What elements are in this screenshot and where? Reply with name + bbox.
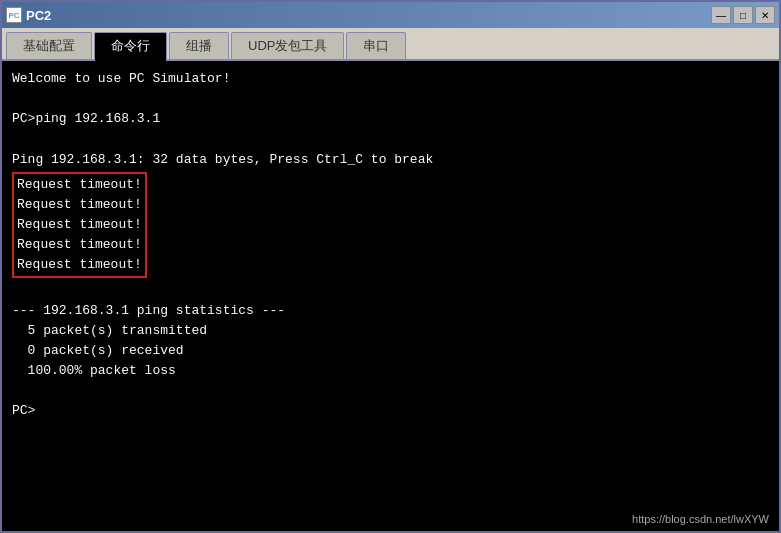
- tab-udp[interactable]: UDP发包工具: [231, 32, 344, 59]
- maximize-button[interactable]: □: [733, 6, 753, 24]
- tab-command[interactable]: 命令行: [94, 32, 167, 61]
- main-window: PC PC2 — □ ✕ 基础配置 命令行 组播 UDP发包工具 串口 Welc…: [0, 0, 781, 533]
- window-title: PC2: [26, 8, 51, 23]
- watermark: https://blog.csdn.net/lwXYW: [632, 513, 769, 525]
- window-icon: PC: [6, 7, 22, 23]
- terminal-stats-rx: 0 packet(s) received: [12, 341, 769, 361]
- terminal-line-4: [12, 129, 769, 149]
- terminal-line-blank3: [12, 381, 769, 401]
- terminal-prompt: PC>: [12, 401, 769, 421]
- terminal-timeout-1: Request timeout!: [17, 175, 142, 195]
- terminal-output[interactable]: Welcome to use PC Simulator! PC>ping 192…: [2, 61, 779, 531]
- window-controls: — □ ✕: [711, 6, 775, 24]
- terminal-timeout-4: Request timeout!: [17, 235, 142, 255]
- terminal-timeout-5: Request timeout!: [17, 255, 142, 275]
- terminal-stats-tx: 5 packet(s) transmitted: [12, 321, 769, 341]
- timeout-group: Request timeout! Request timeout! Reques…: [12, 172, 147, 279]
- close-button[interactable]: ✕: [755, 6, 775, 24]
- terminal-line-5: Ping 192.168.3.1: 32 data bytes, Press C…: [12, 150, 769, 170]
- title-bar: PC PC2 — □ ✕: [2, 2, 779, 28]
- terminal-line-blank2: [12, 280, 769, 300]
- tab-serial[interactable]: 串口: [346, 32, 406, 59]
- minimize-button[interactable]: —: [711, 6, 731, 24]
- tab-bar: 基础配置 命令行 组播 UDP发包工具 串口: [2, 28, 779, 61]
- terminal-timeout-2: Request timeout!: [17, 195, 142, 215]
- title-bar-left: PC PC2: [6, 7, 51, 23]
- terminal-timeout-3: Request timeout!: [17, 215, 142, 235]
- tab-group[interactable]: 组播: [169, 32, 229, 59]
- terminal-stats-loss: 100.00% packet loss: [12, 361, 769, 381]
- terminal-line-2: [12, 89, 769, 109]
- terminal-stats-header: --- 192.168.3.1 ping statistics ---: [12, 301, 769, 321]
- tab-basic[interactable]: 基础配置: [6, 32, 92, 59]
- terminal-line-1: Welcome to use PC Simulator!: [12, 69, 769, 89]
- terminal-line-3: PC>ping 192.168.3.1: [12, 109, 769, 129]
